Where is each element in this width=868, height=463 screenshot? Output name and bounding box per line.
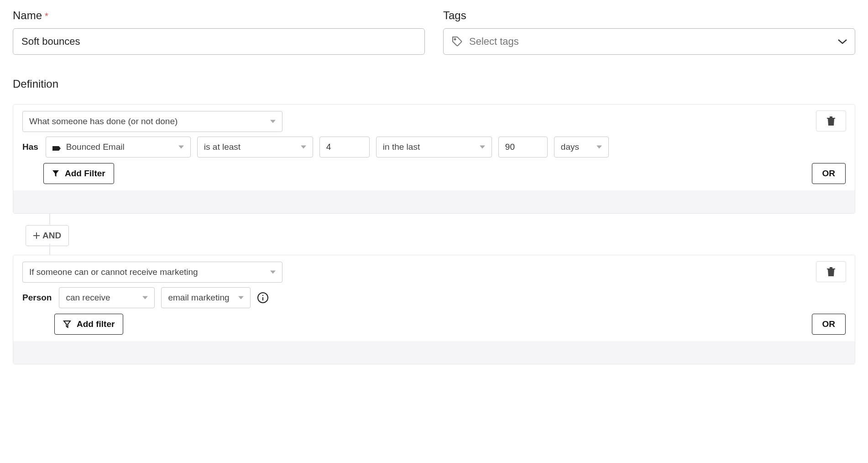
metric-select[interactable]: Bounced Email xyxy=(46,137,191,158)
tag-icon xyxy=(452,36,463,47)
tags-label: Tags xyxy=(443,9,855,22)
caret-down-icon xyxy=(270,120,276,123)
chevron-down-icon xyxy=(837,38,847,45)
condition-group-2: If someone can or cannot receive marketi… xyxy=(13,255,855,364)
can-receive-select[interactable]: can receive xyxy=(59,287,155,308)
definition-heading: Definition xyxy=(13,78,855,90)
person-label: Person xyxy=(22,293,52,303)
tags-placeholder: Select tags xyxy=(469,36,519,47)
and-button[interactable]: AND xyxy=(26,225,69,246)
and-connector: AND xyxy=(13,214,855,255)
caret-down-icon xyxy=(301,146,306,149)
filter-icon xyxy=(52,170,59,177)
flag-icon xyxy=(52,144,61,150)
delete-group-button[interactable] xyxy=(816,261,846,282)
unit-select[interactable]: days xyxy=(554,137,609,158)
condition-group-1: What someone has done (or not done) Has … xyxy=(13,104,855,214)
caret-down-icon xyxy=(270,271,276,274)
name-label: Name* xyxy=(13,9,425,22)
caret-down-icon xyxy=(238,296,244,300)
operator-select[interactable]: is at least xyxy=(197,137,313,158)
caret-down-icon xyxy=(142,296,148,300)
caret-down-icon xyxy=(596,146,602,149)
or-button[interactable]: OR xyxy=(812,314,846,335)
count-input[interactable] xyxy=(319,137,370,158)
svg-point-0 xyxy=(455,39,456,40)
filter-outline-icon xyxy=(63,320,71,328)
condition-type-select[interactable]: What someone has done (or not done) xyxy=(22,111,282,132)
svg-point-2 xyxy=(262,295,263,296)
has-label: Has xyxy=(22,142,38,152)
caret-down-icon xyxy=(480,146,485,149)
add-filter-button[interactable]: Add filter xyxy=(54,314,123,335)
delete-group-button[interactable] xyxy=(816,110,846,132)
duration-input[interactable] xyxy=(498,137,548,158)
plus-icon xyxy=(33,232,40,239)
add-filter-button[interactable]: Add Filter xyxy=(43,163,114,184)
tags-select[interactable]: Select tags xyxy=(443,28,855,55)
timeframe-select[interactable]: in the last xyxy=(376,137,492,158)
name-input[interactable] xyxy=(13,28,425,55)
trash-icon xyxy=(827,116,835,126)
channel-select[interactable]: email marketing xyxy=(161,287,251,308)
caret-down-icon xyxy=(178,146,184,149)
info-icon[interactable] xyxy=(257,292,269,304)
condition-type-select[interactable]: If someone can or cannot receive marketi… xyxy=(22,262,282,283)
required-asterisk: * xyxy=(45,11,48,21)
or-button[interactable]: OR xyxy=(812,163,846,184)
trash-icon xyxy=(827,267,835,276)
